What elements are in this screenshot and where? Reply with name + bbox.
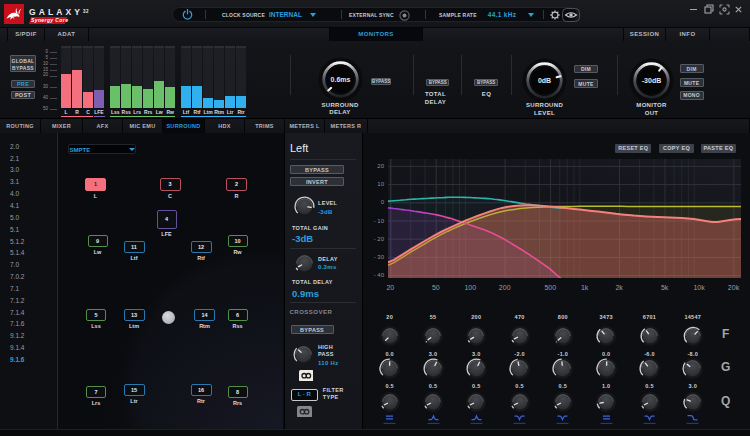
svg-text:0.6ms: 0.6ms xyxy=(330,76,350,83)
svg-text:0dB: 0dB xyxy=(538,77,551,84)
svg-text:-30dB: -30dB xyxy=(642,77,661,84)
